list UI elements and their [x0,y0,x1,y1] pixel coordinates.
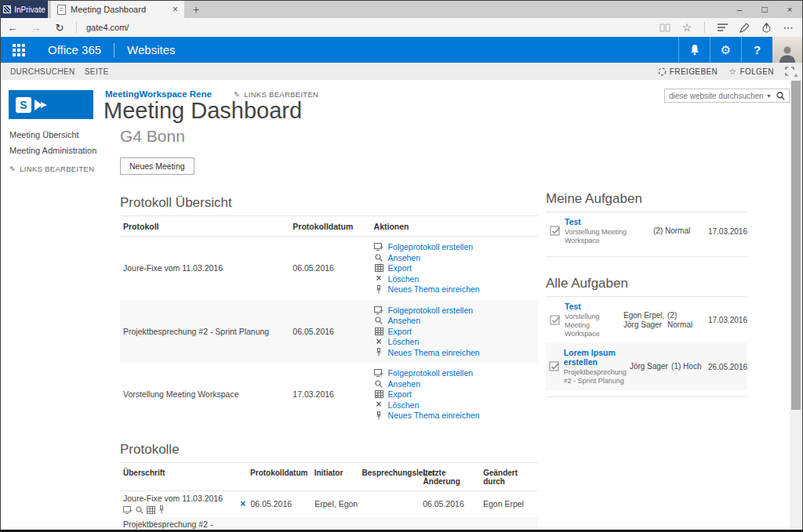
task-date: 17.03.2016 [702,316,747,324]
col-protokolldatum[interactable]: Protokolldatum [250,469,314,486]
tab-close-icon[interactable]: × [173,4,178,15]
delete-x-icon[interactable]: × [235,500,251,508]
table-grid-icon[interactable] [147,506,155,514]
vertical-scrollbar[interactable]: ▲ [790,70,802,530]
action-ansehen[interactable]: Ansehen [374,253,535,263]
page-body: S Meeting Übersicht Meeting Administrati… [1,80,802,530]
magnifier-icon[interactable] [136,506,144,514]
more-icon[interactable]: ⋯ [779,20,798,34]
freigeben-icon [658,67,667,76]
table-grid-icon [374,328,384,335]
search-input[interactable] [669,92,766,100]
edit-links-header[interactable]: ✎ LINKS BEARBEITEN [234,90,318,99]
action-loeschen[interactable]: ×Löschen [374,337,535,347]
follow-label: FOLGEN [739,67,774,76]
action-folgeprotokoll[interactable]: Folgeprotokoll erstellen [374,242,535,252]
action-folgeprotokoll[interactable]: Folgeprotokoll erstellen [374,368,535,378]
task-priority: (2) Normal [653,226,702,236]
suite-section-websites[interactable]: Websites [127,43,175,56]
monitor-icon [374,306,384,314]
protokoll-titel[interactable]: Projektbesprechung #2 - Sprint Planung [123,519,213,532]
browser-tab[interactable]: Meeting Dashboard × [51,1,184,18]
task-title[interactable]: Test [565,217,581,226]
scrollbar-thumb[interactable] [791,81,801,410]
action-neues-thema[interactable]: Neues Thema einreichen [374,411,535,421]
action-folgeprotokoll[interactable]: Folgeprotokoll erstellen [374,306,535,316]
action-neues-thema[interactable]: Neues Thema einreichen [374,284,535,295]
user-avatar[interactable] [772,37,802,63]
action-ansehen[interactable]: Ansehen [374,316,535,326]
task-assigned: Egon Erpel, Jörg Sager [623,311,667,330]
minimize-button[interactable]: – [727,1,752,18]
meeting-title: G4 Bonn [120,127,538,146]
action-export[interactable]: Export [374,263,535,273]
action-export[interactable]: Export [374,389,535,400]
favorites-star-icon[interactable]: ☆ [678,20,696,34]
share-icon[interactable] [757,20,776,34]
maximize-button[interactable]: □ [752,1,777,18]
hub-icon[interactable] [713,20,732,34]
action-neues-thema[interactable]: Neues Thema einreichen [374,348,535,358]
pencil-icon: ✎ [9,165,16,173]
close-button[interactable]: × [777,1,802,18]
share-button[interactable]: FREIGEBEN [658,67,718,76]
ribbon-tab-browse[interactable]: DURCHSUCHEN [10,67,75,76]
search-scope-dropdown-icon[interactable]: ▼ [766,93,772,99]
col-protokolldatum[interactable]: Protokolldatum [292,222,373,231]
app-launcher-button[interactable] [1,37,37,63]
monitor-icon [374,243,384,251]
col-letzte-aenderung[interactable]: Letzte Änderung [423,469,484,486]
monitor-icon[interactable] [123,506,133,514]
col-protokoll[interactable]: Protokoll [123,222,292,231]
site-search[interactable]: ▼ [664,89,790,103]
settings-gear-icon[interactable]: ⚙ [710,37,741,63]
task-checkbox-icon[interactable] [546,226,565,237]
action-ansehen[interactable]: Ansehen [374,379,535,389]
task-title[interactable]: Lorem Ipsum erstellen [564,348,616,367]
protokoll-datum: 06.05.2016 [251,530,315,532]
titlebar-spacer [208,1,727,18]
notifications-bell-icon[interactable] [678,37,710,63]
new-tab-button[interactable]: + [184,1,208,18]
sidebar-item-meeting-uebersicht[interactable]: Meeting Übersicht [9,130,96,139]
action-export[interactable]: Export [374,327,535,337]
besprechungsleiter: Sager, Jörg [362,530,423,532]
action-loeschen[interactable]: ×Löschen [374,274,535,284]
task-row: Lorem Ipsum erstellen Projektbesprechung… [546,343,747,390]
col-besprechungsleiter[interactable]: Besprechungsleiter [362,469,423,486]
protokolle-header: Überschrift Protokolldatum Initiator Bes… [120,463,538,491]
task-assigned: Jörg Sager [630,362,671,371]
brand-office365[interactable]: Office 365 [48,43,101,56]
protokoll-name: Joure-Fixe vom 11.03.2016 [123,263,292,273]
reading-view-icon[interactable] [656,20,674,34]
edit-links-sidebar[interactable]: ✎ LINKS BEARBEITEN [9,165,94,173]
col-ueberschrift[interactable]: Überschrift [123,469,234,486]
titlebar: InPrivate Meeting Dashboard × + – □ × [1,1,802,18]
ribbon-tab-page[interactable]: SEITE [85,67,109,76]
protokoll-name: Vorstellung Meeting Workspace [123,389,292,399]
help-icon[interactable]: ? [741,37,772,63]
protokoll-titel[interactable]: Joure-Fixe vom 11.03.2016 [123,494,223,503]
follow-button[interactable]: ☆ FOLGEN [729,67,774,77]
col-geaendert-durch[interactable]: Geändert durch [483,469,535,486]
task-checkbox-icon[interactable] [546,315,565,326]
sharepoint-logo[interactable]: S [9,90,93,119]
sidebar-item-meeting-administration[interactable]: Meeting Administration [9,146,96,155]
task-row: Test Vorstellung Meeting Workspace Egon … [546,297,747,343]
forward-icon[interactable]: → [24,22,48,34]
protokoll-datum: 06.05.2016 [251,499,315,508]
action-loeschen[interactable]: ×Löschen [374,400,535,411]
task-title[interactable]: Test [565,302,581,311]
web-note-icon[interactable] [735,20,754,34]
back-icon[interactable]: ← [1,22,24,34]
url-field[interactable]: gate4.com/ [86,23,656,32]
col-initiator[interactable]: Initiator [314,469,362,486]
sharepoint-logo-arrow [33,96,50,114]
task-subtitle: Vorstellung Meeting Workspace [565,228,650,245]
task-checkbox-icon[interactable] [546,361,564,372]
pin-icon[interactable] [158,505,165,514]
geaendert-durch: Egon Erpel [483,499,535,508]
scroll-up-icon[interactable]: ▲ [790,70,802,80]
new-meeting-button[interactable]: Neues Meeting [120,157,194,175]
refresh-icon[interactable]: ↻ [48,22,71,34]
